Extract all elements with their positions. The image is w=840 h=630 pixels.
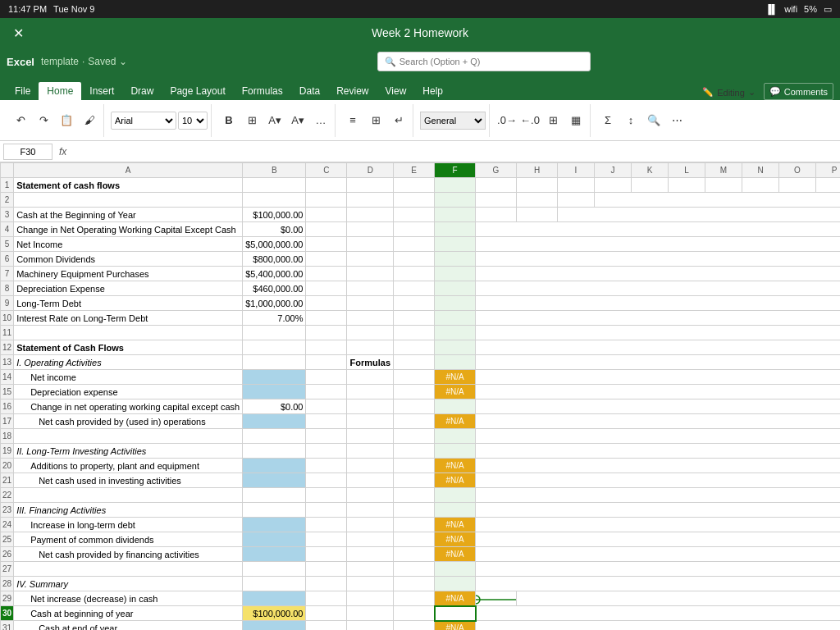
cell-rest16[interactable] xyxy=(476,399,841,414)
cell-e17[interactable] xyxy=(394,414,435,429)
cell-c23[interactable] xyxy=(306,503,347,518)
cell-m1[interactable] xyxy=(705,178,742,193)
cell-rest29[interactable] xyxy=(517,591,841,606)
cell-reference-input[interactable] xyxy=(3,144,52,160)
cell-e2[interactable] xyxy=(394,193,435,208)
cell-rest12[interactable] xyxy=(476,340,841,355)
cell-a21[interactable]: Net cash used in investing activities xyxy=(14,473,243,488)
cell-b21[interactable] xyxy=(243,473,306,488)
cell-f15[interactable]: #N/A xyxy=(435,385,476,399)
cell-f13[interactable] xyxy=(435,355,476,370)
cell-rest9[interactable] xyxy=(476,296,841,311)
cell-a17[interactable]: Net cash provided by (used in) operation… xyxy=(14,414,243,429)
cell-b17[interactable] xyxy=(243,414,306,429)
cell-d13[interactable]: Formulas xyxy=(347,355,394,370)
cell-d3[interactable] xyxy=(347,208,394,222)
col-header-k[interactable]: K xyxy=(632,163,669,178)
cell-e31[interactable] xyxy=(394,621,435,631)
cell-rest14[interactable] xyxy=(476,370,841,385)
cell-e5[interactable] xyxy=(394,237,435,252)
cell-b19[interactable] xyxy=(243,444,306,459)
cell-b7[interactable]: $5,400,000.00 xyxy=(243,267,306,281)
align-button[interactable]: ≡ xyxy=(342,110,363,131)
cell-f8[interactable] xyxy=(435,281,476,296)
cell-c31[interactable] xyxy=(306,621,347,631)
col-header-d[interactable]: D xyxy=(347,163,394,178)
cell-e26[interactable] xyxy=(394,547,435,562)
cell-d14[interactable] xyxy=(347,370,394,385)
cell-e22[interactable] xyxy=(394,488,435,503)
cell-b28[interactable] xyxy=(243,577,306,591)
cell-f6[interactable] xyxy=(435,252,476,267)
cell-d9[interactable] xyxy=(347,296,394,311)
cell-k1[interactable] xyxy=(632,178,669,193)
cell-f12[interactable] xyxy=(435,340,476,355)
cell-f28[interactable] xyxy=(435,577,476,591)
tab-help[interactable]: Help xyxy=(414,82,451,100)
cell-a31[interactable]: Cash at end of year xyxy=(14,621,243,631)
cell-rest18[interactable] xyxy=(476,429,841,444)
cell-rest30[interactable] xyxy=(476,606,841,621)
cell-c6[interactable] xyxy=(306,252,347,267)
cell-d16[interactable] xyxy=(347,399,394,414)
col-header-i[interactable]: I xyxy=(558,163,595,178)
cell-a30[interactable]: Cash at beginning of year xyxy=(14,606,243,621)
cell-f14[interactable]: #N/A xyxy=(435,370,476,385)
cell-rest21[interactable] xyxy=(476,473,841,488)
cell-a9[interactable]: Long-Term Debt xyxy=(14,296,243,311)
cell-f19[interactable] xyxy=(435,444,476,459)
cell-b13[interactable] xyxy=(243,355,306,370)
cell-a28[interactable]: IV. Summary xyxy=(14,577,243,591)
cell-f10[interactable] xyxy=(435,311,476,326)
cell-e24[interactable] xyxy=(394,518,435,532)
cell-e15[interactable] xyxy=(394,385,435,399)
cell-d29[interactable] xyxy=(347,591,394,606)
cell-rest31[interactable] xyxy=(476,621,841,631)
cell-c25[interactable] xyxy=(306,532,347,547)
cell-b30[interactable]: $100,000.00 xyxy=(243,606,306,621)
col-header-e[interactable]: E xyxy=(394,163,435,178)
cell-b4[interactable]: $0.00 xyxy=(243,222,306,237)
cell-b1[interactable] xyxy=(243,178,306,193)
cell-h2[interactable] xyxy=(517,193,558,208)
cell-d25[interactable] xyxy=(347,532,394,547)
cell-e10[interactable] xyxy=(394,311,435,326)
col-header-p[interactable]: P xyxy=(816,163,841,178)
cell-rest7[interactable] xyxy=(476,267,841,281)
cell-c18[interactable] xyxy=(306,429,347,444)
cell-rest19[interactable] xyxy=(476,444,841,459)
cell-a29[interactable]: Net increase (decrease) in cash xyxy=(14,591,243,606)
cell-rest6[interactable] xyxy=(476,252,841,267)
cell-a5[interactable]: Net Income xyxy=(14,237,243,252)
redo-button[interactable]: ↷ xyxy=(33,110,54,131)
increase-decimal-button[interactable]: .0→ xyxy=(496,110,518,131)
cell-e20[interactable] xyxy=(394,459,435,473)
cell-b14[interactable] xyxy=(243,370,306,385)
cell-e16[interactable] xyxy=(394,399,435,414)
borders-button[interactable]: ⊞ xyxy=(241,110,262,131)
cell-c28[interactable] xyxy=(306,577,347,591)
cell-b29[interactable] xyxy=(243,591,306,606)
cell-d6[interactable] xyxy=(347,252,394,267)
cell-e30[interactable] xyxy=(394,606,435,621)
cell-a12[interactable]: Statement of Cash Flows xyxy=(14,340,243,355)
cell-e1[interactable] xyxy=(394,178,435,193)
cell-a18[interactable] xyxy=(14,429,243,444)
cell-rest3[interactable] xyxy=(558,208,841,222)
cell-c11[interactable] xyxy=(306,326,347,340)
cell-d26[interactable] xyxy=(347,547,394,562)
cell-d10[interactable] xyxy=(347,311,394,326)
cell-d28[interactable] xyxy=(347,577,394,591)
cell-rest13[interactable] xyxy=(476,355,841,370)
cell-e18[interactable] xyxy=(394,429,435,444)
col-header-f[interactable]: F xyxy=(435,163,476,178)
cell-f3[interactable] xyxy=(435,208,476,222)
cell-c16[interactable] xyxy=(306,399,347,414)
cell-d18[interactable] xyxy=(347,429,394,444)
cell-c30[interactable] xyxy=(306,606,347,621)
tab-home[interactable]: Home xyxy=(39,82,81,100)
sort-button[interactable]: ↕ xyxy=(620,110,641,131)
col-header-b[interactable]: B xyxy=(243,163,306,178)
cell-d30[interactable] xyxy=(347,606,394,621)
cell-c15[interactable] xyxy=(306,385,347,399)
